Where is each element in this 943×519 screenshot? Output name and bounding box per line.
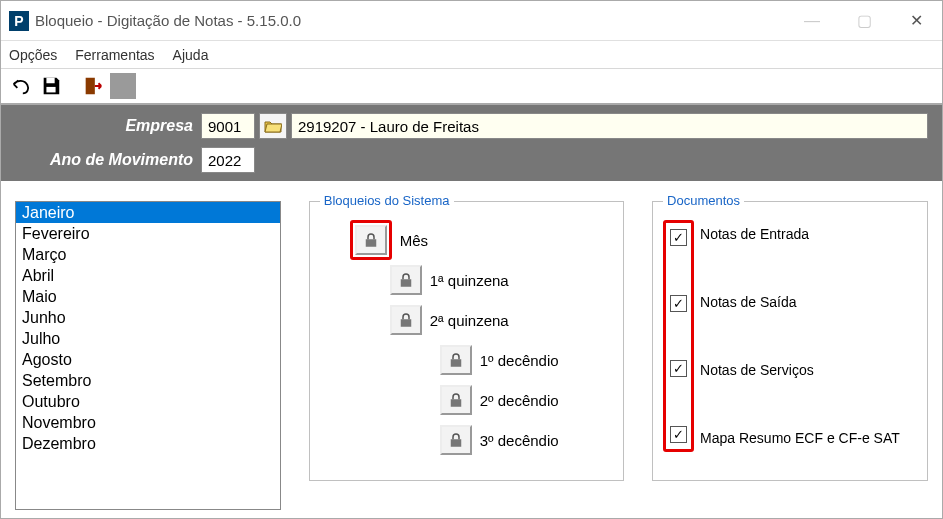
label-q2: 2ª quinzena — [430, 312, 509, 329]
group-bloqueios: Bloqueios do Sistema Mês — [309, 201, 624, 481]
label-d3: 3º decêndio — [480, 432, 559, 449]
lock-mes-button[interactable] — [355, 225, 387, 255]
params-bar: Empresa 9001 2919207 - Lauro de Freitas … — [1, 105, 942, 181]
month-item[interactable]: Março — [16, 244, 280, 265]
ano-label: Ano de Movimento — [1, 151, 201, 169]
group-documentos-legend: Documentos — [663, 193, 744, 208]
lock-d1-button[interactable] — [440, 345, 472, 375]
month-item[interactable]: Dezembro — [16, 433, 280, 454]
save-icon — [40, 75, 62, 97]
save-button[interactable] — [37, 72, 65, 100]
empresa-label: Empresa — [1, 117, 201, 135]
lock-icon — [447, 431, 465, 449]
label-q1: 1ª quinzena — [430, 272, 509, 289]
label-notas-entrada: Notas de Entrada — [700, 226, 900, 242]
disabled-tool — [109, 72, 137, 100]
menu-ajuda[interactable]: Ajuda — [173, 47, 209, 63]
svg-rect-4 — [401, 279, 412, 287]
menu-ferramentas[interactable]: Ferramentas — [75, 47, 154, 63]
maximize-button[interactable]: ▢ — [838, 1, 890, 41]
month-item[interactable]: Julho — [16, 328, 280, 349]
check-notas-entrada[interactable]: ✓ — [670, 229, 687, 246]
door-exit-icon — [82, 75, 104, 97]
svg-rect-6 — [451, 359, 462, 367]
svg-rect-8 — [451, 439, 462, 447]
month-item[interactable]: Fevereiro — [16, 223, 280, 244]
minimize-button[interactable]: — — [786, 1, 838, 41]
lock-q2-button[interactable] — [390, 305, 422, 335]
svg-rect-0 — [46, 78, 54, 84]
month-item[interactable]: Setembro — [16, 370, 280, 391]
exit-button[interactable] — [79, 72, 107, 100]
titlebar: P Bloqueio - Digitação de Notas - 5.15.0… — [1, 1, 942, 41]
lock-icon — [362, 231, 380, 249]
highlight-doc-checks: ✓ ✓ ✓ ✓ — [663, 220, 694, 452]
main-content: Janeiro Fevereiro Março Abril Maio Junho… — [1, 181, 942, 518]
window-title: Bloqueio - Digitação de Notas - 5.15.0.0 — [35, 12, 301, 29]
lock-icon — [447, 391, 465, 409]
month-item[interactable]: Agosto — [16, 349, 280, 370]
svg-rect-5 — [401, 319, 412, 327]
svg-rect-1 — [46, 87, 55, 93]
folder-open-icon — [264, 118, 282, 134]
label-mapa-resumo: Mapa Resumo ECF e CF-e SAT — [700, 430, 900, 446]
month-item[interactable]: Maio — [16, 286, 280, 307]
month-item[interactable]: Novembro — [16, 412, 280, 433]
month-item[interactable]: Janeiro — [16, 202, 280, 223]
toolbar — [1, 69, 942, 105]
lock-d3-button[interactable] — [440, 425, 472, 455]
month-item[interactable]: Abril — [16, 265, 280, 286]
highlight-mes — [350, 220, 392, 260]
label-d1: 1º decêndio — [480, 352, 559, 369]
svg-rect-2 — [86, 78, 95, 95]
label-notas-saida: Notas de Saída — [700, 294, 900, 310]
group-documentos: Documentos ✓ ✓ ✓ ✓ Notas de Entrada Nota… — [652, 201, 928, 481]
menu-opcoes[interactable]: Opções — [9, 47, 57, 63]
lock-q1-button[interactable] — [390, 265, 422, 295]
svg-rect-3 — [366, 239, 377, 247]
month-item[interactable]: Junho — [16, 307, 280, 328]
check-notas-servicos[interactable]: ✓ — [670, 360, 687, 377]
month-item[interactable]: Outubro — [16, 391, 280, 412]
lock-icon — [447, 351, 465, 369]
month-list[interactable]: Janeiro Fevereiro Março Abril Maio Junho… — [15, 201, 281, 510]
check-mapa-resumo[interactable]: ✓ — [670, 426, 687, 443]
label-mes: Mês — [400, 232, 428, 249]
app-window: P Bloqueio - Digitação de Notas - 5.15.0… — [0, 0, 943, 519]
empresa-input[interactable]: 9001 — [201, 113, 255, 139]
lock-icon — [397, 311, 415, 329]
label-notas-servicos: Notas de Serviços — [700, 362, 900, 378]
svg-rect-7 — [451, 399, 462, 407]
label-d2: 2º decêndio — [480, 392, 559, 409]
undo-button[interactable] — [7, 72, 35, 100]
undo-icon — [10, 75, 32, 97]
ano-input[interactable]: 2022 — [201, 147, 255, 173]
empresa-desc: 2919207 - Lauro de Freitas — [291, 113, 928, 139]
bloqueios-tree: Mês 1ª quinzena 2ª quinzena — [320, 220, 613, 460]
group-bloqueios-legend: Bloqueios do Sistema — [320, 193, 454, 208]
lock-icon — [397, 271, 415, 289]
close-button[interactable]: ✕ — [890, 1, 942, 41]
check-notas-saida[interactable]: ✓ — [670, 295, 687, 312]
menubar: Opções Ferramentas Ajuda — [1, 41, 942, 69]
lock-d2-button[interactable] — [440, 385, 472, 415]
empresa-lookup-button[interactable] — [259, 113, 287, 139]
app-icon: P — [9, 11, 29, 31]
